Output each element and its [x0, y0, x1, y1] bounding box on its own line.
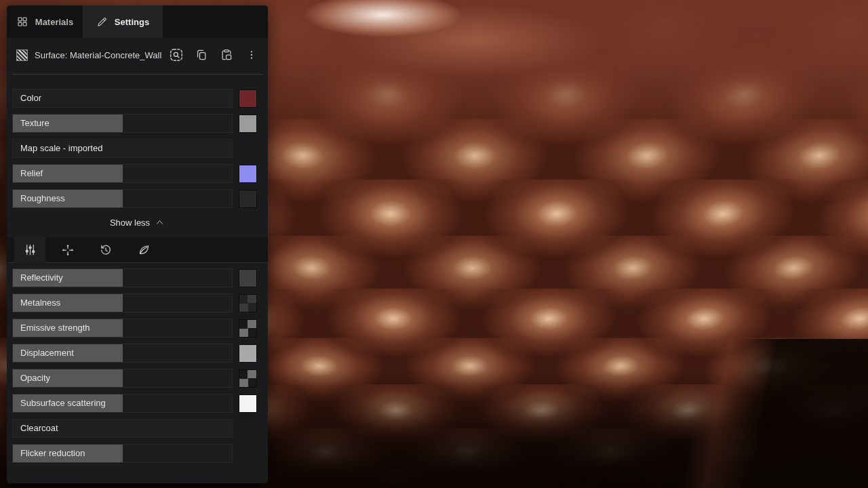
clearcoat-button[interactable]: Clearcoat	[12, 419, 233, 438]
pencil-icon	[96, 16, 108, 28]
top-property-rows: ColorTextureMap scale - importedReliefRo…	[7, 89, 268, 208]
roughness-slider[interactable]: Roughness	[12, 189, 233, 208]
property-category-tabbar	[7, 237, 268, 263]
property-row-opacity: Opacity	[12, 369, 262, 388]
tab-settings[interactable]: Settings	[83, 5, 163, 38]
emissive-strength-slider[interactable]: Emissive strength	[12, 319, 233, 338]
leaf-icon	[137, 243, 151, 257]
main-property-rows: ReflectivityMetalnessEmissive strengthDi…	[7, 268, 268, 463]
texture-label: Texture	[13, 115, 232, 132]
properties-tab[interactable]	[14, 237, 45, 263]
panel-tabbar: MaterialsSettings	[7, 5, 268, 38]
map-scale-imported-label: Map scale - imported	[13, 140, 232, 157]
reflectivity-swatch[interactable]	[239, 269, 257, 287]
surface-header: Surface: Material-Concrete_Wall	[7, 38, 268, 72]
emissive-strength-label: Emissive strength	[13, 319, 232, 337]
chevron-up-icon	[155, 218, 165, 226]
grid-icon	[16, 16, 28, 28]
property-row-map-scale-imported: Map scale - imported	[12, 139, 262, 158]
move-icon	[61, 243, 75, 257]
texture-swatch[interactable]	[239, 115, 257, 133]
history-tab[interactable]	[90, 237, 121, 263]
header-divider	[12, 74, 262, 75]
texture-slider[interactable]: Texture	[12, 114, 233, 133]
map-scale-imported-button[interactable]: Map scale - imported	[12, 139, 233, 158]
emissive-strength-swatch[interactable]	[239, 319, 257, 338]
color-label: Color	[13, 89, 232, 107]
property-row-roughness: Roughness	[12, 189, 262, 208]
roughness-swatch[interactable]	[239, 190, 257, 208]
opacity-label: Opacity	[13, 369, 232, 387]
nature-tab[interactable]	[128, 237, 159, 263]
tab-label: Settings	[115, 17, 149, 27]
color-swatch[interactable]	[239, 89, 257, 108]
more-options-button[interactable]	[243, 47, 260, 63]
property-row-relief: Relief	[12, 164, 262, 183]
tab-materials[interactable]: Materials	[7, 5, 83, 38]
viewport: MaterialsSettings Surface: Material-Conc…	[0, 0, 868, 488]
subsurface-scattering-slider[interactable]: Subsurface scattering	[12, 394, 233, 413]
show-less-button[interactable]: Show less	[7, 214, 268, 230]
property-row-reflectivity: Reflectivity	[12, 268, 262, 287]
relief-swatch[interactable]	[239, 165, 257, 183]
roughness-label: Roughness	[13, 190, 232, 207]
color-button[interactable]: Color	[12, 89, 233, 108]
material-settings-panel: MaterialsSettings Surface: Material-Conc…	[7, 5, 268, 483]
opacity-swatch[interactable]	[239, 369, 257, 388]
relief-label: Relief	[13, 165, 232, 182]
property-row-displacement: Displacement	[12, 344, 262, 363]
property-row-subsurface-scattering: Subsurface scattering	[12, 394, 262, 413]
property-row-clearcoat: Clearcoat	[12, 419, 262, 438]
displacement-swatch[interactable]	[239, 344, 257, 363]
property-row-metalness: Metalness	[12, 293, 262, 312]
copy-icon	[195, 48, 208, 62]
kebab-menu-icon	[246, 49, 257, 61]
subsurface-scattering-label: Subsurface scattering	[13, 394, 232, 412]
flicker-reduction-label: Flicker reduction	[13, 445, 232, 462]
metalness-slider[interactable]: Metalness	[12, 293, 233, 312]
seat-edge-shadow	[477, 339, 868, 488]
property-row-color: Color	[12, 89, 262, 108]
opacity-slider[interactable]: Opacity	[12, 369, 233, 388]
history-icon	[99, 243, 113, 257]
reflectivity-label: Reflectivity	[13, 269, 232, 287]
metalness-swatch[interactable]	[239, 294, 257, 312]
position-tab[interactable]	[52, 237, 83, 263]
subsurface-scattering-swatch[interactable]	[239, 394, 257, 413]
header-actions	[168, 47, 260, 63]
tab-label: Materials	[35, 17, 73, 27]
flicker-reduction-slider[interactable]: Flicker reduction	[12, 444, 233, 463]
show-less-label: Show less	[110, 218, 150, 228]
hatched-material-thumbnail	[16, 49, 28, 61]
copy-material-button[interactable]	[193, 47, 210, 63]
surface-title: Surface: Material-Concrete_Wall	[35, 50, 161, 60]
displacement-slider[interactable]: Displacement	[12, 344, 233, 363]
metalness-label: Metalness	[13, 294, 232, 312]
reflectivity-slider[interactable]: Reflectivity	[12, 268, 233, 287]
property-row-texture: Texture	[12, 114, 262, 133]
clearcoat-label: Clearcoat	[13, 420, 232, 437]
property-row-flicker-reduction: Flicker reduction	[12, 444, 262, 463]
displacement-label: Displacement	[13, 344, 232, 362]
inspect-material-button[interactable]	[168, 47, 184, 63]
property-row-emissive-strength: Emissive strength	[12, 319, 262, 338]
paste-material-button[interactable]	[218, 47, 235, 63]
paste-icon	[220, 48, 233, 62]
sliders-icon	[24, 243, 37, 256]
focus-search-icon	[169, 47, 184, 62]
relief-slider[interactable]: Relief	[12, 164, 233, 183]
